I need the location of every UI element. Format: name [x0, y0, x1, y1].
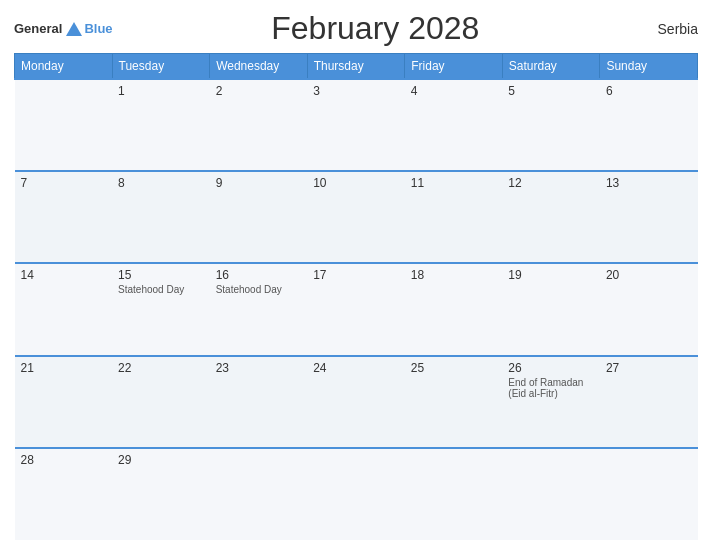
day-number: 4: [411, 84, 497, 98]
calendar-cell: [307, 448, 405, 540]
calendar-cell: 15Statehood Day: [112, 263, 210, 355]
calendar-week-row: 1415Statehood Day16Statehood Day17181920: [15, 263, 698, 355]
logo-text-blue: Blue: [84, 21, 112, 36]
calendar-cell: 16Statehood Day: [210, 263, 308, 355]
day-number: 18: [411, 268, 497, 282]
calendar-header: General Blue February 2028 Serbia: [14, 10, 698, 47]
day-number: 6: [606, 84, 692, 98]
event-text: Statehood Day: [118, 284, 204, 295]
day-number: 23: [216, 361, 302, 375]
calendar-cell: 21: [15, 356, 113, 448]
calendar-cell: 19: [502, 263, 600, 355]
calendar-cell: [405, 448, 503, 540]
day-number: 26: [508, 361, 594, 375]
day-number: 15: [118, 268, 204, 282]
day-number: 8: [118, 176, 204, 190]
day-number: 20: [606, 268, 692, 282]
day-number: 29: [118, 453, 204, 467]
calendar-cell: 24: [307, 356, 405, 448]
weekday-header-monday: Monday: [15, 54, 113, 80]
calendar-cell: 1: [112, 79, 210, 171]
calendar-cell: 13: [600, 171, 698, 263]
calendar-cell: 2: [210, 79, 308, 171]
calendar-week-row: 2829: [15, 448, 698, 540]
calendar-cell: 14: [15, 263, 113, 355]
calendar-cell: [15, 79, 113, 171]
calendar-cell: 5: [502, 79, 600, 171]
calendar-cell: 28: [15, 448, 113, 540]
calendar-cell: [502, 448, 600, 540]
calendar-cell: 26End of Ramadan (Eid al-Fitr): [502, 356, 600, 448]
calendar-cell: [210, 448, 308, 540]
weekday-header-thursday: Thursday: [307, 54, 405, 80]
day-number: 3: [313, 84, 399, 98]
event-text: End of Ramadan (Eid al-Fitr): [508, 377, 594, 399]
calendar-cell: 8: [112, 171, 210, 263]
calendar-cell: 6: [600, 79, 698, 171]
logo: General Blue: [14, 21, 113, 36]
calendar-week-row: 212223242526End of Ramadan (Eid al-Fitr)…: [15, 356, 698, 448]
calendar-cell: 25: [405, 356, 503, 448]
day-number: 10: [313, 176, 399, 190]
day-number: 25: [411, 361, 497, 375]
calendar-cell: 4: [405, 79, 503, 171]
day-number: 22: [118, 361, 204, 375]
weekday-header-saturday: Saturday: [502, 54, 600, 80]
day-number: 27: [606, 361, 692, 375]
calendar-cell: 10: [307, 171, 405, 263]
weekday-header-tuesday: Tuesday: [112, 54, 210, 80]
calendar-cell: 7: [15, 171, 113, 263]
day-number: 14: [21, 268, 107, 282]
day-number: 7: [21, 176, 107, 190]
calendar-page: General Blue February 2028 Serbia Monday…: [0, 0, 712, 550]
logo-text-general: General: [14, 21, 62, 36]
day-number: 28: [21, 453, 107, 467]
calendar-title: February 2028: [113, 10, 638, 47]
day-number: 24: [313, 361, 399, 375]
calendar-table: MondayTuesdayWednesdayThursdayFridaySatu…: [14, 53, 698, 540]
calendar-week-row: 78910111213: [15, 171, 698, 263]
day-number: 11: [411, 176, 497, 190]
day-number: 16: [216, 268, 302, 282]
calendar-cell: 20: [600, 263, 698, 355]
calendar-cell: 11: [405, 171, 503, 263]
weekday-header-friday: Friday: [405, 54, 503, 80]
calendar-cell: 12: [502, 171, 600, 263]
calendar-cell: 17: [307, 263, 405, 355]
day-number: 19: [508, 268, 594, 282]
calendar-week-row: 123456: [15, 79, 698, 171]
day-number: 5: [508, 84, 594, 98]
calendar-cell: 29: [112, 448, 210, 540]
calendar-cell: 22: [112, 356, 210, 448]
day-number: 1: [118, 84, 204, 98]
country-label: Serbia: [638, 21, 698, 37]
calendar-cell: 9: [210, 171, 308, 263]
calendar-cell: 3: [307, 79, 405, 171]
logo-triangle-icon: [66, 22, 82, 36]
day-number: 13: [606, 176, 692, 190]
day-number: 17: [313, 268, 399, 282]
event-text: Statehood Day: [216, 284, 302, 295]
calendar-cell: 27: [600, 356, 698, 448]
day-number: 12: [508, 176, 594, 190]
calendar-cell: [600, 448, 698, 540]
day-number: 2: [216, 84, 302, 98]
weekday-header-row: MondayTuesdayWednesdayThursdayFridaySatu…: [15, 54, 698, 80]
calendar-cell: 18: [405, 263, 503, 355]
weekday-header-wednesday: Wednesday: [210, 54, 308, 80]
day-number: 21: [21, 361, 107, 375]
day-number: 9: [216, 176, 302, 190]
calendar-cell: 23: [210, 356, 308, 448]
weekday-header-sunday: Sunday: [600, 54, 698, 80]
